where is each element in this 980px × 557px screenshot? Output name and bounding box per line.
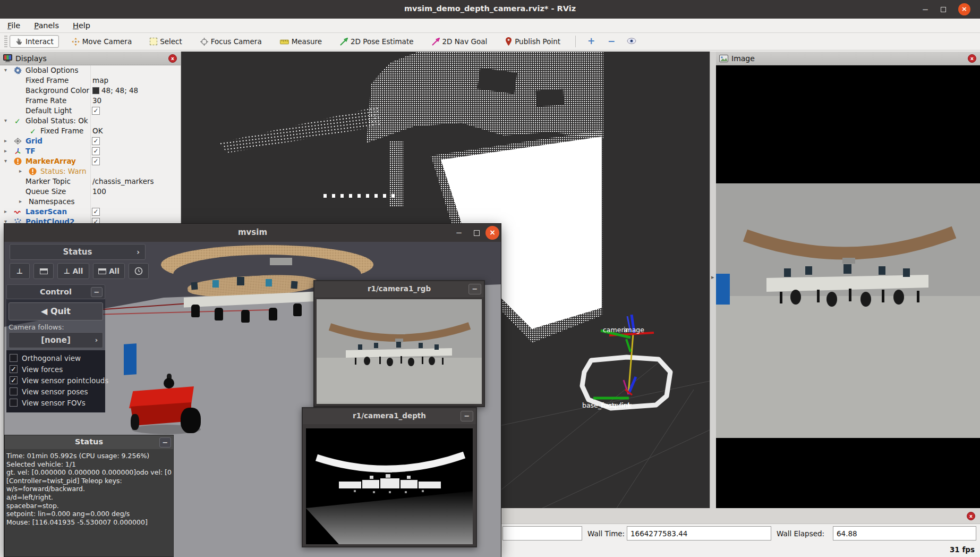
mvsim-close-button[interactable]: × — [485, 226, 499, 240]
wall-time-input[interactable] — [627, 526, 771, 541]
expander[interactable]: ▸ — [4, 148, 7, 154]
tree-row-fixed-frame-status[interactable]: ✓ Fixed Frame OK — [0, 126, 181, 136]
tree-row-fixed-frame[interactable]: Fixed Frame map — [0, 75, 181, 86]
tree-row-frame-rate[interactable]: Frame Rate 30 — [0, 96, 181, 106]
close-button[interactable]: × — [958, 3, 970, 15]
tool-interact[interactable]: Interact — [10, 35, 59, 48]
wall-elapsed-input[interactable] — [833, 526, 976, 541]
tree-row-grid[interactable]: ▸ Grid ✓ — [0, 136, 181, 146]
mvsim-status-button[interactable]: Status › — [10, 244, 146, 260]
view-sensor-poses-checkbox[interactable] — [10, 387, 18, 395]
tree-row-tf[interactable]: ▸ TF ✓ — [0, 146, 181, 156]
camera-rgb-window-title[interactable]: r1/camera1_rgb − — [314, 281, 484, 297]
tree-row-global-status[interactable]: ▾ ✓ Global Status: Ok — [0, 116, 181, 126]
tool-2d-pose-estimate[interactable]: 2D Pose Estimate — [335, 35, 419, 48]
expander[interactable]: ▸ — [19, 168, 22, 174]
marker-topic-value[interactable]: /chassis_markers — [92, 177, 154, 185]
tree-row-marker-array[interactable]: ▾ MarkerArray ✓ — [0, 156, 181, 166]
mvsim-title-bar[interactable]: mvsim − × — [4, 224, 501, 242]
window-button[interactable] — [33, 263, 54, 279]
control-collapse-button[interactable]: − — [91, 287, 103, 297]
camera-depth-window-title[interactable]: r1/camera1_depth − — [303, 408, 476, 424]
zoom-out-button[interactable]: − — [603, 35, 619, 48]
color-swatch — [92, 87, 99, 94]
camera-follows-dropdown[interactable]: [none] › — [8, 332, 103, 348]
displays-close-button[interactable]: x — [168, 54, 177, 63]
ros-time-input[interactable] — [502, 526, 582, 541]
mvsim-status-panel-header[interactable]: Status − — [5, 435, 173, 449]
image-panel-close-button[interactable]: x — [968, 54, 976, 63]
status-collapse-button[interactable]: − — [159, 437, 171, 448]
queue-size-value[interactable]: 100 — [92, 187, 106, 196]
option-orthogonal-view[interactable]: Orthogonal view — [7, 353, 105, 364]
displays-panel-header[interactable]: Displays x — [0, 52, 181, 65]
mvsim-maximize-button[interactable] — [471, 227, 482, 239]
tool-select[interactable]: Select — [144, 35, 188, 48]
toolbar-separator — [575, 36, 576, 47]
eye-button[interactable] — [624, 35, 640, 48]
grid-icon — [14, 137, 22, 145]
tree-row-queue-size[interactable]: Queue Size 100 — [0, 187, 181, 197]
tree-row-global-options[interactable]: ▾ Global Options — [0, 65, 181, 75]
mvsim-minimize-button[interactable]: − — [453, 227, 465, 239]
expander[interactable]: ▸ — [4, 208, 7, 214]
tree-row-status-warn[interactable]: ▸ Status: Warn — [0, 166, 181, 176]
tf-label-image: image — [624, 326, 644, 334]
marker-array-checkbox[interactable]: ✓ — [92, 157, 100, 165]
tool-2d-nav-goal[interactable]: 2D Nav Goal — [427, 35, 493, 48]
camera-rgb-window[interactable]: r1/camera1_rgb − — [313, 280, 485, 407]
fps-counter: 31 fps — [950, 545, 975, 554]
background-color-value[interactable]: 48; 48; 48 — [92, 86, 138, 95]
tree-row-background-color[interactable]: Background Color 48; 48; 48 — [0, 86, 181, 96]
tool-publish-point[interactable]: Publish Point — [500, 35, 566, 48]
option-view-forces[interactable]: ✓ View forces — [7, 365, 105, 375]
tf-checkbox[interactable]: ✓ — [92, 147, 100, 155]
toolbar-drag-handle[interactable] — [4, 36, 7, 47]
view-sensor-pointclouds-checkbox[interactable]: ✓ — [10, 376, 18, 384]
expander[interactable]: ▸ — [19, 198, 22, 204]
minimize-button[interactable]: − — [919, 4, 931, 15]
frame-rate-value[interactable]: 30 — [92, 96, 101, 105]
camera-depth-window[interactable]: r1/camera1_depth − — [302, 407, 477, 547]
tool-focus-camera[interactable]: Focus Camera — [195, 35, 267, 48]
option-view-sensor-pointclouds[interactable]: ✓ View sensor pointclouds — [7, 376, 105, 386]
dock-all-button[interactable]: ⊥ All — [57, 263, 89, 279]
clock-button[interactable] — [129, 263, 149, 279]
view-sensor-fovs-checkbox[interactable] — [10, 399, 18, 407]
dock-button[interactable]: ⊥ — [10, 263, 30, 279]
image-panel-header[interactable]: Image x — [716, 52, 980, 65]
fixed-frame-value[interactable]: map — [92, 76, 108, 85]
option-view-sensor-poses[interactable]: View sensor poses — [7, 387, 105, 397]
grid-checkbox[interactable]: ✓ — [92, 137, 100, 145]
maximize-button[interactable] — [938, 4, 949, 15]
panel-splitter[interactable]: ▸ — [710, 52, 716, 508]
expander[interactable]: ▾ — [4, 67, 7, 73]
zoom-in-button[interactable]: + — [583, 35, 599, 48]
camera-rgb-collapse-button[interactable]: − — [468, 284, 481, 294]
tree-row-marker-topic[interactable]: Marker Topic /chassis_markers — [0, 176, 181, 187]
view-forces-checkbox[interactable]: ✓ — [10, 365, 18, 373]
orthogonal-view-checkbox[interactable] — [10, 354, 18, 362]
tree-row-namespaces[interactable]: ▸ Namespaces — [0, 197, 181, 207]
window-all-button[interactable]: All — [93, 263, 125, 279]
expander[interactable]: ▸ — [4, 138, 7, 144]
default-light-checkbox[interactable]: ✓ — [92, 107, 100, 115]
tree-row-default-light[interactable]: Default Light ✓ — [0, 106, 181, 116]
expander[interactable]: ▾ — [4, 117, 7, 123]
option-view-sensor-fovs[interactable]: View sensor FOVs — [7, 398, 105, 408]
time-panel-close-button[interactable]: x — [967, 512, 975, 520]
menu-file[interactable]: File — [7, 21, 20, 30]
title-bar: mvsim_demo_depth_camera.rviz* - RViz − × — [0, 0, 980, 19]
menu-help[interactable]: Help — [73, 21, 90, 30]
splitter-handle-icon[interactable]: ▸ — [711, 274, 714, 281]
tree-row-laser-scan[interactable]: ▸ LaserScan ✓ — [0, 207, 181, 217]
quit-button[interactable]: ◀ Quit — [8, 302, 103, 320]
tool-measure[interactable]: Measure — [275, 35, 327, 48]
expander[interactable]: ▾ — [4, 158, 7, 164]
laser-scan-checkbox[interactable]: ✓ — [92, 208, 100, 216]
tool-move-camera[interactable]: Move Camera — [66, 35, 137, 48]
camera-depth-collapse-button[interactable]: − — [461, 411, 473, 421]
control-panel-header[interactable]: Control − — [6, 284, 105, 299]
menu-panels[interactable]: Panels — [34, 21, 59, 30]
image-panel: Image x — [716, 52, 980, 508]
